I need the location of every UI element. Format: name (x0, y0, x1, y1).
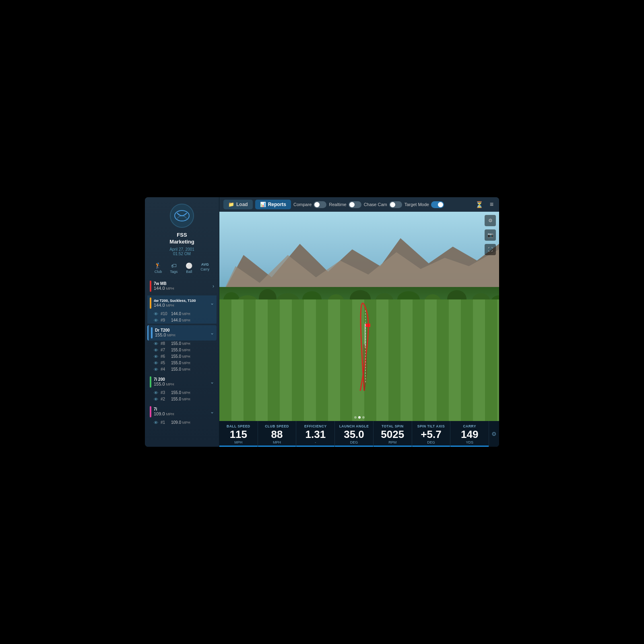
stat-bottom-bar (374, 446, 412, 447)
stats-bar: BALL SPEED 115 MPH CLUB SPEED 88 MPH EFF… (219, 421, 499, 447)
color-bar-7i-200 (150, 376, 151, 388)
stat-bottom-bar (335, 446, 373, 447)
course-icons: ⚙ 📷 ⛶ (485, 215, 496, 255)
shot-item: 👁 #10 144.0 MPH (147, 311, 217, 317)
shot-group-7w-mb: 7w MB 144.0 MPH › (147, 279, 217, 294)
eye-icon: 👁 (154, 367, 158, 372)
reports-icon: 📊 (260, 202, 266, 207)
nav-club[interactable]: 🏌 Club (151, 261, 165, 275)
nav-carry[interactable]: AVG Carry (197, 261, 213, 275)
stat-bottom-bar (296, 446, 334, 447)
shot-group-7i-pink: 7i 109.0 MPH ⌄ 👁 #1 109.0 MPH (147, 404, 217, 426)
stat-bottom-bar (412, 446, 450, 447)
club-icon: 🏌 (155, 262, 161, 269)
stats-settings[interactable]: ⚙ (489, 421, 499, 447)
toolbar: 📁 Load 📊 Reports Compare Realtime (219, 197, 499, 212)
stat-carry: CARRY 149 YDS (450, 421, 489, 447)
shot-group-header-dr[interactable]: Dr T200 155.0 MPH ⌄ (147, 325, 217, 341)
sidebar-nav: 🏌 Club 🏷 Tags ⚪ Ball AVG Carry (145, 261, 219, 275)
toolbar-right: ⏳ ≡ (474, 200, 495, 209)
carry-icon: AVG (201, 262, 209, 266)
tags-icon: 🏷 (171, 262, 177, 269)
flag (365, 324, 370, 327)
shot-item: 👁 #9 144.0 MPH (147, 317, 217, 324)
shot-item: 👁 #3 155.0 MPH (147, 390, 217, 396)
stat-spin-tilt: SPIN TILT AXIS +5.7 DEG (412, 421, 451, 447)
load-button[interactable]: 📁 Load (223, 200, 253, 209)
dot-2[interactable] (358, 416, 361, 419)
group-name-7i-pink: 7i (154, 407, 208, 411)
realtime-toggle-group: Realtime (329, 201, 361, 208)
color-bar-4w (150, 297, 151, 309)
group-name-dr: Dr T200 (155, 328, 208, 332)
shot-group-header-7w-mb[interactable]: 7w MB 144.0 MPH › (147, 279, 217, 294)
shot-item: 👁 #2 155.0 MPH (147, 396, 217, 402)
fairway (219, 299, 499, 421)
group-name-4w: 4w T200, Suckless, T100 (154, 299, 208, 303)
expand-icon[interactable]: ⛶ (485, 244, 496, 255)
app-container: FSSMarketing April 27, 200101:52 OM 🏌 Cl… (145, 197, 499, 447)
eye-icon: 👁 (154, 318, 158, 323)
chevron-icon-7w: › (213, 283, 214, 289)
settings-icon[interactable]: ⚙ (485, 215, 496, 226)
group-speed-7w: 144.0 MPH (154, 286, 211, 291)
shot-group-header-4w[interactable]: 4w T200, Suckless, T100 144.0 MPH ⌄ (147, 295, 217, 311)
stat-bottom-bar (219, 446, 258, 447)
stat-bottom-bar (258, 446, 296, 447)
flag-pole (365, 324, 365, 348)
realtime-knob (349, 202, 355, 207)
eye-icon: 👁 (154, 390, 158, 395)
folder-icon: 📁 (228, 202, 234, 207)
shot-group-7i-200: 7i 200 155.0 MPH ⌄ 👁 #3 155.0 MPH 👁 #2 1… (147, 374, 217, 402)
dot-1[interactable] (354, 416, 357, 419)
hourglass-icon[interactable]: ⏳ (474, 200, 485, 209)
nav-ball[interactable]: ⚪ Ball (182, 261, 196, 275)
eye-icon: 👁 (154, 361, 158, 365)
chasecam-toggle-group: Chase Cam (364, 201, 402, 208)
menu-icon[interactable]: ≡ (488, 200, 495, 209)
chevron-icon-dr: ⌄ (210, 330, 214, 336)
progress-dots (354, 416, 365, 419)
realtime-toggle[interactable] (349, 201, 361, 208)
color-bar-7i-pink (150, 406, 151, 417)
sidebar: FSSMarketing April 27, 200101:52 OM 🏌 Cl… (145, 197, 219, 447)
shot-item: 👁 #1 109.0 MPH (147, 419, 217, 426)
targetmode-knob (438, 202, 443, 207)
stats-gear-icon[interactable]: ⚙ (491, 431, 497, 437)
shot-item: 👁 #4 155.0 MPH (147, 366, 217, 373)
stat-launch-angle: LAUNCH ANGLE 35.0 DEG (335, 421, 374, 447)
stat-ball-speed: BALL SPEED 115 MPH (219, 421, 258, 447)
targetmode-toggle[interactable] (431, 201, 444, 208)
shot-group-header-7i-200[interactable]: 7i 200 155.0 MPH ⌄ (147, 374, 217, 390)
camera-icon[interactable]: 📷 (485, 229, 496, 241)
main-content: 📁 Load 📊 Reports Compare Realtime (219, 197, 499, 447)
logo (170, 204, 194, 228)
shot-group-4w: 4w T200, Suckless, T100 144.0 MPH ⌄ 👁 #1… (147, 295, 217, 324)
targetmode-toggle-group: Target Mode (405, 201, 444, 208)
user-name: FSSMarketing (169, 232, 194, 246)
shot-item: 👁 #7 155.0 MPH (147, 347, 217, 353)
dot-3[interactable] (362, 416, 365, 419)
reports-button[interactable]: 📊 Reports (255, 200, 291, 209)
group-name-7i-200: 7i 200 (154, 377, 208, 382)
group-speed-dr: 155.0 MPH (155, 332, 208, 337)
compare-knob (314, 202, 320, 207)
chevron-icon-4w: ⌄ (210, 300, 214, 306)
shot-item: 👁 #8 155.0 MPH (147, 341, 217, 347)
course-view: ⚙ 📷 ⛶ (219, 212, 499, 421)
shot-group-header-7i-pink[interactable]: 7i 109.0 MPH ⌄ (147, 404, 217, 419)
eye-icon: 👁 (154, 341, 158, 346)
nav-tags[interactable]: 🏷 Tags (167, 261, 181, 275)
chasecam-toggle[interactable] (389, 201, 402, 208)
eye-icon: 👁 (154, 312, 158, 316)
eye-icon: 👁 (154, 397, 158, 402)
chevron-icon-7i-pink: ⌄ (210, 409, 214, 415)
eye-icon: 👁 (154, 420, 158, 425)
ball-icon: ⚪ (186, 262, 192, 269)
stat-total-spin: TOTAL SPIN 5025 RPM (374, 421, 412, 447)
chevron-icon-7i-200: ⌄ (210, 379, 214, 385)
stat-efficiency: EFFICIENCY 1.31 - (296, 421, 335, 447)
stat-bottom-bar (450, 446, 489, 447)
color-bar-dr (151, 327, 153, 339)
compare-toggle[interactable] (314, 201, 326, 208)
